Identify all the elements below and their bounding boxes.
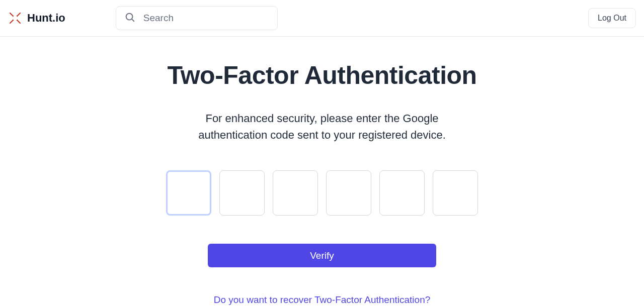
recover-2fa-link[interactable]: Do you want to recover Two-Factor Authen… — [214, 294, 431, 305]
main-content: Two-Factor Authentication For enhanced s… — [0, 37, 644, 307]
verify-button[interactable]: Verify — [208, 244, 436, 267]
search-icon — [124, 12, 135, 25]
otp-digit-1[interactable] — [166, 170, 211, 216]
page-title: Two-Factor Authentication — [0, 61, 644, 90]
logout-button[interactable]: Log Out — [588, 8, 636, 28]
otp-digit-3[interactable] — [273, 170, 318, 216]
svg-marker-1 — [16, 16, 18, 17]
search-box[interactable] — [116, 6, 278, 30]
search-input[interactable] — [143, 13, 269, 24]
otp-digit-6[interactable] — [433, 170, 478, 216]
svg-line-5 — [132, 19, 134, 21]
svg-marker-2 — [13, 19, 14, 21]
page-subtitle: For enhanced security, please enter the … — [181, 110, 463, 143]
otp-code-group — [0, 170, 644, 216]
brand-name: Hunt.io — [27, 12, 65, 25]
svg-marker-3 — [16, 19, 18, 21]
header-bar: Hunt.io Log Out — [0, 0, 644, 37]
otp-digit-2[interactable] — [219, 170, 265, 216]
brand-logo[interactable]: Hunt.io — [8, 11, 65, 25]
svg-marker-0 — [13, 16, 14, 17]
otp-digit-5[interactable] — [379, 170, 425, 216]
otp-digit-4[interactable] — [326, 170, 371, 216]
hunt-logo-icon — [8, 11, 22, 25]
